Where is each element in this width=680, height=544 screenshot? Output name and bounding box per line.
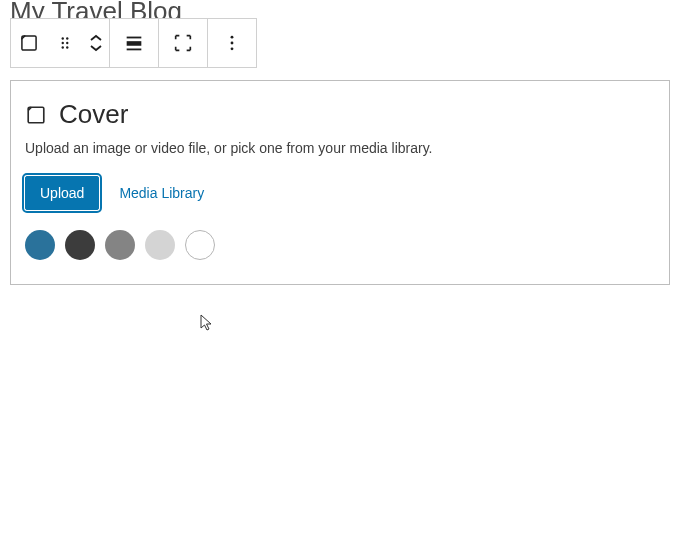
svg-point-3 [62, 42, 64, 44]
svg-point-4 [66, 42, 68, 44]
block-type-button[interactable] [11, 19, 47, 67]
color-swatch-3[interactable] [145, 230, 175, 260]
svg-point-11 [231, 42, 234, 45]
color-swatch-4[interactable] [185, 230, 215, 260]
drag-handle-button[interactable] [47, 19, 83, 67]
alignment-icon [123, 32, 145, 54]
svg-point-6 [66, 46, 68, 48]
block-toolbar [10, 18, 257, 68]
cover-block-description: Upload an image or video file, or pick o… [25, 140, 655, 156]
alignment-button[interactable] [110, 19, 158, 67]
cover-block-title: Cover [59, 99, 128, 130]
upload-button[interactable]: Upload [25, 176, 99, 210]
mover-button[interactable] [83, 19, 109, 67]
color-swatch-0[interactable] [25, 230, 55, 260]
svg-point-10 [231, 36, 234, 39]
svg-point-1 [62, 37, 64, 39]
svg-rect-8 [127, 41, 142, 46]
svg-point-12 [231, 47, 234, 50]
chevron-down-icon [89, 44, 103, 52]
cursor-icon [200, 314, 214, 332]
cover-block-icon [25, 104, 47, 126]
svg-rect-13 [28, 107, 44, 123]
color-swatch-2[interactable] [105, 230, 135, 260]
more-options-button[interactable] [208, 19, 256, 67]
color-swatches [25, 230, 655, 260]
media-library-link[interactable]: Media Library [119, 185, 204, 201]
cover-block-icon [19, 33, 39, 53]
cover-block-placeholder: Cover Upload an image or video file, or … [10, 80, 670, 285]
full-width-button[interactable] [159, 19, 207, 67]
svg-point-2 [66, 37, 68, 39]
more-vertical-icon [222, 33, 242, 53]
svg-rect-0 [22, 36, 36, 50]
color-swatch-1[interactable] [65, 230, 95, 260]
drag-handle-icon [56, 34, 74, 52]
full-width-icon [172, 32, 194, 54]
chevron-up-icon [89, 34, 103, 42]
svg-point-5 [62, 46, 64, 48]
